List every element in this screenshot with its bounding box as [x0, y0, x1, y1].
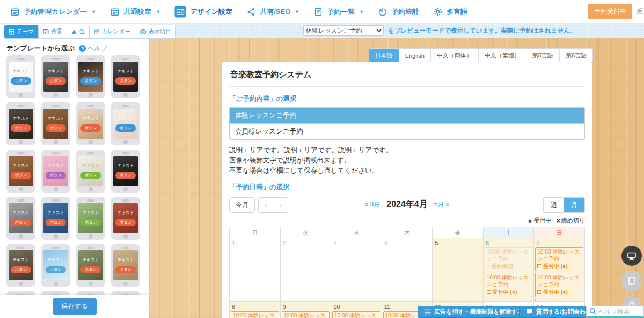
- template-thumb-19[interactable]: テキストボタン: [76, 244, 105, 287]
- eye-icon: [140, 29, 147, 35]
- phone-home-button: [19, 187, 23, 191]
- template-thumb-16[interactable]: テキストボタン: [111, 197, 140, 240]
- calendar-icon: [94, 29, 100, 35]
- help-search-input[interactable]: [598, 308, 636, 315]
- help-link[interactable]: ? ヘルプ: [79, 45, 106, 53]
- language-tab-第5言語[interactable]: 第5言語: [526, 49, 560, 62]
- tablet-preview-button[interactable]: [621, 271, 642, 291]
- event-9-10:00[interactable]: 10:00 体験レッスンご予約受付中 (●): [282, 311, 330, 318]
- nav-item-多言語[interactable]: 多言語: [426, 0, 474, 23]
- color-drop-icon: [71, 29, 77, 35]
- template-text: テキスト: [48, 163, 64, 168]
- template-text: テキスト: [83, 69, 99, 74]
- nav-item-予約一覧[interactable]: 予約一覧▼: [306, 0, 371, 23]
- accepting-status-partial[interactable]: 受: [636, 7, 644, 16]
- week-view-button[interactable]: 週: [544, 198, 564, 212]
- nav-item-デザイン設定[interactable]: デザイン設定: [167, 0, 239, 23]
- preview-plan-select[interactable]: 体験レッスンご予約: [303, 25, 384, 36]
- next-button[interactable]: ›: [273, 198, 288, 212]
- phone-speaker: [122, 247, 129, 249]
- template-button: ボタン: [11, 266, 31, 273]
- language-tab-中文（簡体）[interactable]: 中文（簡体）: [431, 49, 479, 62]
- template-thumb-6[interactable]: テキストボタン: [41, 102, 70, 145]
- legend-open-label: 受付中: [533, 217, 551, 225]
- day-cell-7[interactable]: 710:00 体験レッスンご予約受付中 (●)16:00 体験レッスンご予約受付…: [534, 238, 585, 302]
- language-tab-日本語[interactable]: 日本語: [369, 49, 399, 62]
- template-thumb-5[interactable]: テキストボタン: [6, 102, 35, 145]
- remove-ads-button[interactable]: 広告を消す・機能制限を解除する: [418, 306, 530, 318]
- plan-option-体験レッスンご予約[interactable]: 体験レッスンご予約: [230, 108, 584, 123]
- template-thumb-18[interactable]: テキストボタン: [41, 244, 70, 287]
- template-text: テキスト: [48, 69, 64, 74]
- design-tab-テーマ[interactable]: テーマ: [4, 25, 39, 38]
- language-tab-中文（繁體）[interactable]: 中文（繁體）: [479, 49, 526, 62]
- template-button: ボタン: [46, 266, 65, 273]
- template-thumb-2[interactable]: テキストボタン: [41, 55, 70, 98]
- event-6-10:00[interactable]: 10:00 体験レッスンご予約○ 受付締切: [485, 247, 533, 271]
- nav-item-共有/SEO[interactable]: 共有/SEO▼: [239, 0, 306, 23]
- day-cell-2[interactable]: 2: [281, 238, 332, 302]
- day-cell-4[interactable]: 4: [382, 238, 433, 302]
- phone-home-button: [19, 234, 23, 239]
- design-tab-背景[interactable]: 背景: [39, 25, 67, 38]
- design-tab-カレンダー[interactable]: カレンダー: [90, 25, 135, 38]
- language-tab-English[interactable]: English: [399, 49, 431, 62]
- day-cell-3[interactable]: 3: [331, 238, 382, 302]
- desktop-preview-button[interactable]: [621, 246, 642, 266]
- plan-option-会員様レッスンご予約[interactable]: 会員様レッスンご予約: [230, 123, 584, 139]
- month-view-button[interactable]: 月: [564, 198, 584, 212]
- template-button: ボタン: [11, 172, 31, 179]
- event-10-10:00[interactable]: 10:00 体験レッスンご予約受付中 (●): [332, 311, 380, 318]
- top-navbar: 予約管理カレンダー▼共通設定▼デザイン設定共有/SEO▼予約一覧▼予約統計多言語…: [0, 0, 644, 24]
- event-6-16:00[interactable]: 16:00 体験レッスンご予約受付中 (●): [485, 273, 533, 297]
- template-button: ボタン: [11, 77, 31, 85]
- day-cell-10[interactable]: 1010:00 体験レッスンご予約受付中 (●)16:00 体験レッスンご予約受…: [331, 302, 382, 318]
- phone-speaker: [122, 58, 129, 60]
- accepting-status-badge[interactable]: 予約受付中: [588, 4, 632, 19]
- stats-icon: [378, 7, 387, 17]
- calendar-icon: [10, 7, 20, 17]
- template-thumb-20[interactable]: テキストボタン: [111, 244, 140, 287]
- language-tab-bar: 日本語English中文（簡体）中文（繁體）第5言語第6言語: [369, 49, 592, 62]
- template-thumb-4[interactable]: テキストボタン: [111, 55, 140, 98]
- next-month-link[interactable]: 5月 »: [434, 200, 450, 209]
- day-cell-9[interactable]: 910:00 体験レッスンご予約受付中 (●)16:00 体験レッスンご予約受付…: [281, 302, 332, 318]
- contact-label: 質問する/お問合わせ: [536, 308, 591, 316]
- template-text: テキスト: [83, 116, 99, 121]
- main-menu: 予約管理カレンダー▼共通設定▼デザイン設定共有/SEO▼予約一覧▼予約統計多言語: [0, 0, 474, 23]
- template-thumb-17[interactable]: テキストボタン: [6, 244, 35, 287]
- template-thumb-15[interactable]: テキストボタン: [76, 197, 105, 240]
- image-icon: [174, 6, 186, 18]
- prev-button[interactable]: ‹: [259, 198, 273, 212]
- event-7-16:00[interactable]: 16:00 体験レッスンご予約受付中 (●): [535, 273, 583, 297]
- nav-item-予約管理カレンダー[interactable]: 予約管理カレンダー▼: [3, 0, 103, 23]
- save-button[interactable]: 保存する: [53, 298, 97, 315]
- template-thumb-7[interactable]: テキストボタン: [76, 102, 105, 145]
- design-tab-表示項目[interactable]: 表示項目: [135, 25, 175, 38]
- template-thumb-14[interactable]: テキストボタン: [41, 197, 70, 240]
- template-thumb-12[interactable]: テキストボタン: [111, 150, 140, 193]
- template-thumb-1[interactable]: テキストボタン: [6, 55, 35, 98]
- template-thumb-8[interactable]: テキストボタン: [111, 102, 140, 145]
- event-8-10:00[interactable]: 10:00 体験レッスンご予約受付中 (●): [231, 311, 279, 318]
- description-area: 説明エリアです。説明エリアです。説明エリアです。 画像や装飾文字で説明が掲載出来…: [229, 145, 585, 175]
- closed-marker-icon: ×: [556, 217, 560, 225]
- template-thumb-10[interactable]: テキストボタン: [41, 150, 70, 193]
- this-month-button[interactable]: 今月: [229, 197, 255, 213]
- language-tab-第6言語[interactable]: 第6言語: [560, 49, 592, 62]
- gear-icon: [433, 7, 443, 17]
- nav-item-予約統計[interactable]: 予約統計: [371, 0, 426, 23]
- event-7-10:00[interactable]: 10:00 体験レッスンご予約受付中 (●): [535, 247, 583, 271]
- caret-down-icon: ▼: [359, 9, 364, 14]
- template-thumb-9[interactable]: テキストボタン: [6, 150, 35, 193]
- template-thumb-13[interactable]: テキストボタン: [6, 197, 35, 240]
- prev-month-link[interactable]: « 3月: [365, 200, 380, 209]
- design-tab-色[interactable]: 色: [67, 25, 90, 38]
- day-cell-1[interactable]: 1: [230, 238, 281, 302]
- day-cell-5[interactable]: 5: [433, 238, 484, 302]
- day-cell-8[interactable]: 810:00 体験レッスンご予約受付中 (●)16:00 体験レッスンご予約受付…: [230, 302, 281, 318]
- template-thumb-3[interactable]: テキストボタン: [76, 55, 105, 98]
- nav-item-共通設定[interactable]: 共通設定▼: [103, 0, 167, 23]
- day-cell-6[interactable]: 610:00 体験レッスンご予約○ 受付締切16:00 体験レッスンご予約受付中…: [484, 238, 535, 302]
- template-thumb-11[interactable]: テキストボタン: [76, 150, 105, 193]
